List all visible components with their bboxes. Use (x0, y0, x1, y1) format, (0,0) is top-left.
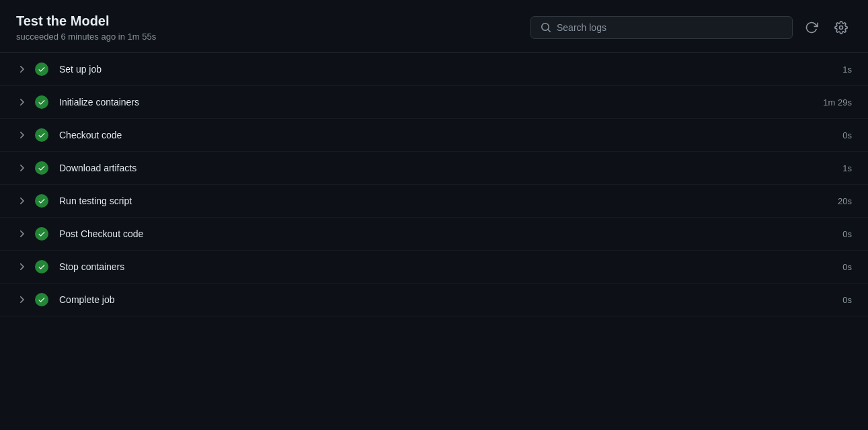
job-duration: 0s (812, 262, 852, 272)
job-name: Run testing script (59, 196, 812, 206)
chevron-icon (16, 163, 27, 173)
header-info: Test the Model succeeded 6 minutes ago i… (16, 13, 156, 42)
job-name: Complete job (59, 294, 812, 305)
svg-point-0 (840, 26, 843, 30)
job-duration: 0s (812, 229, 852, 239)
refresh-icon (805, 21, 818, 34)
success-status-icon (35, 95, 48, 109)
job-name: Download artifacts (59, 163, 812, 173)
search-input[interactable] (557, 22, 783, 33)
page-header: Test the Model succeeded 6 minutes ago i… (0, 0, 868, 53)
search-bar[interactable] (530, 16, 793, 39)
job-duration: 1m 29s (812, 97, 852, 108)
job-name: Stop containers (59, 261, 812, 272)
job-name: Initialize containers (59, 97, 812, 108)
success-status-icon (35, 227, 48, 241)
header-actions (530, 16, 852, 39)
success-status-icon (35, 293, 48, 306)
job-item[interactable]: Run testing script 20s (0, 185, 868, 218)
job-item[interactable]: Set up job 1s (0, 53, 868, 86)
chevron-icon (16, 261, 27, 272)
job-item[interactable]: Initialize containers 1m 29s (0, 86, 868, 119)
job-name: Checkout code (59, 130, 812, 140)
job-name: Post Checkout code (59, 228, 812, 239)
page-title: Test the Model (16, 13, 156, 29)
job-duration: 1s (812, 64, 852, 75)
success-status-icon (35, 194, 48, 208)
settings-button[interactable] (830, 17, 852, 38)
job-duration: 1s (812, 163, 852, 173)
chevron-icon (16, 294, 27, 305)
job-duration: 0s (812, 295, 852, 305)
success-status-icon (35, 260, 48, 273)
job-list: Set up job 1s Initialize containers 1m 2… (0, 53, 868, 316)
success-status-icon (35, 128, 48, 142)
refresh-button[interactable] (801, 17, 822, 38)
job-duration: 20s (812, 196, 852, 206)
chevron-icon (16, 196, 27, 206)
job-item[interactable]: Post Checkout code 0s (0, 218, 868, 251)
chevron-icon (16, 64, 27, 75)
job-duration: 0s (812, 130, 852, 140)
success-status-icon (35, 62, 48, 76)
gear-icon (834, 21, 848, 34)
job-item[interactable]: Download artifacts 1s (0, 152, 868, 185)
job-status: succeeded 6 minutes ago in 1m 55s (16, 32, 156, 42)
success-status-icon (35, 161, 48, 175)
job-item[interactable]: Complete job 0s (0, 284, 868, 316)
job-name: Set up job (59, 64, 812, 75)
chevron-icon (16, 130, 27, 140)
chevron-icon (16, 97, 27, 108)
job-item[interactable]: Checkout code 0s (0, 119, 868, 152)
search-icon (541, 22, 551, 33)
job-item[interactable]: Stop containers 0s (0, 251, 868, 284)
chevron-icon (16, 228, 27, 239)
